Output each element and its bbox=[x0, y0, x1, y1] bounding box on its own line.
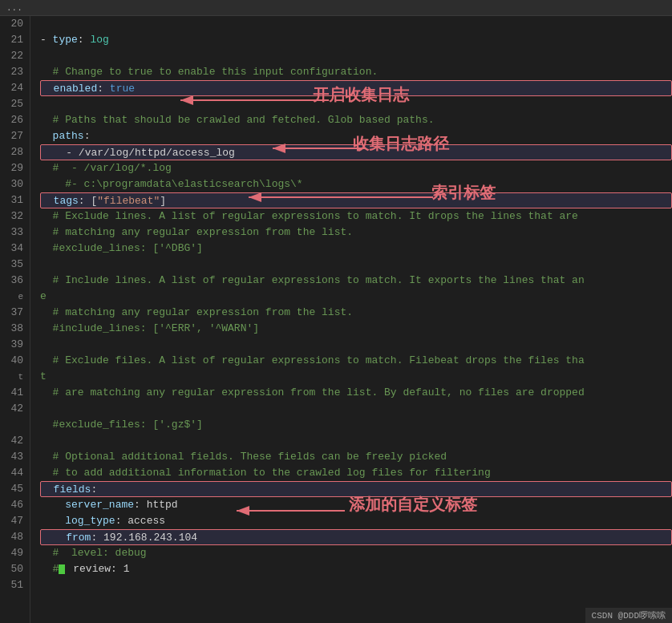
code-area: 20 21 22 23 24 25 26 27 28 29 30 31 32 3… bbox=[0, 16, 672, 623]
code-line: # matching any regular expression from t… bbox=[40, 225, 672, 241]
code-line-enabled: enabled: true bbox=[40, 80, 672, 96]
code-line-cont: t bbox=[40, 369, 672, 385]
code-line: # level: debug bbox=[40, 545, 672, 561]
code-line bbox=[40, 96, 672, 112]
code-line: # to add additional information to the c… bbox=[40, 465, 672, 481]
code-line: # are matching any regular expression fr… bbox=[40, 385, 672, 401]
bottom-bar: CSDN @DDD啰嗦嗦 bbox=[585, 608, 672, 623]
code-line bbox=[40, 16, 672, 32]
line-numbers: 20 21 22 23 24 25 26 27 28 29 30 31 32 3… bbox=[0, 16, 30, 623]
code-line: # Change to true to enable this input co… bbox=[40, 64, 672, 80]
code-line-field-item: log_type: access bbox=[40, 513, 672, 529]
code-line bbox=[40, 577, 672, 593]
code-line-cont: e bbox=[40, 289, 672, 305]
editor-container: ... 20 21 22 23 24 25 26 27 28 29 30 31 … bbox=[0, 0, 672, 623]
code-line: #- c:\programdata\elasticsearch\logs\* bbox=[40, 176, 672, 192]
tab-label: ... bbox=[6, 3, 22, 13]
code-line-greenbox: # review: 1 bbox=[40, 561, 672, 577]
code-line: paths: bbox=[40, 128, 672, 144]
code-line bbox=[40, 257, 672, 273]
code-line: # Optional additional fields. These fiel… bbox=[40, 449, 672, 465]
green-box-icon bbox=[59, 564, 65, 574]
code-line-from: from: 192.168.243.104 bbox=[40, 529, 672, 545]
code-line bbox=[40, 337, 672, 353]
code-line: #include_lines: ['^ERR', '^WARN'] bbox=[40, 321, 672, 337]
code-line: # Exclude lines. A list of regular expre… bbox=[40, 208, 672, 225]
bottom-bar-text: CSDN @DDD啰嗦嗦 bbox=[592, 611, 666, 621]
top-bar: ... bbox=[0, 0, 672, 16]
code-line bbox=[40, 433, 672, 449]
code-line-tags: tags: ["filebeat"] bbox=[40, 192, 672, 208]
code-line: # Paths that should be crawled and fetch… bbox=[40, 112, 672, 128]
code-line: #exclude_files: ['.gz$'] bbox=[40, 417, 672, 433]
code-line-path: - /var/log/httpd/access_log bbox=[40, 144, 672, 160]
code-content: - type: log # Change to true to enable t… bbox=[30, 16, 672, 623]
code-line-field-item: server_name: httpd bbox=[40, 497, 672, 513]
code-line: - type: log bbox=[40, 32, 672, 48]
code-line: # matching any regular expression from t… bbox=[40, 305, 672, 321]
code-line bbox=[40, 48, 672, 64]
code-line: #exclude_lines: ['^DBG'] bbox=[40, 241, 672, 257]
code-line: # Exclude files. A list of regular expre… bbox=[40, 353, 672, 369]
code-line: # - /var/log/*.log bbox=[40, 160, 672, 176]
code-line-fields: fields: bbox=[40, 481, 672, 497]
code-line: # Include lines. A list of regular expre… bbox=[40, 273, 672, 289]
code-line bbox=[40, 401, 672, 417]
